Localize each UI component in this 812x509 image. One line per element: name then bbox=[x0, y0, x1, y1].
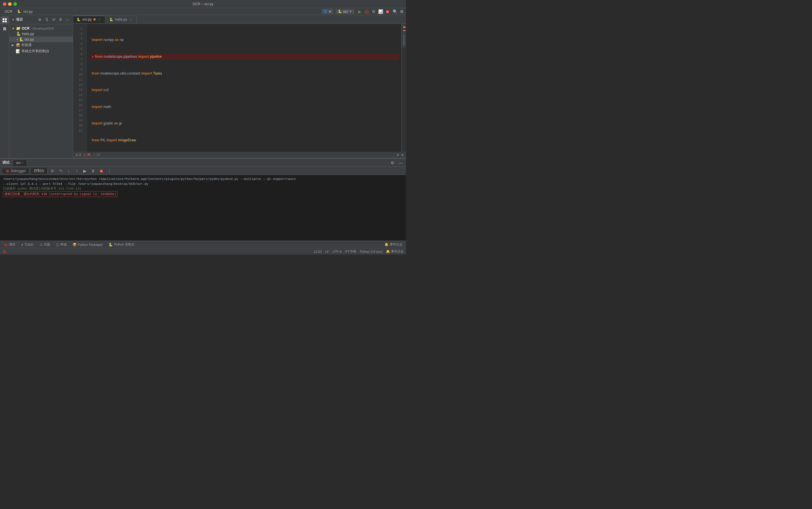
project-icon[interactable] bbox=[1, 16, 9, 24]
py-console-label: Python 控制台 bbox=[114, 242, 134, 247]
project-root-name: OCR bbox=[22, 26, 30, 31]
ocr-menu[interactable]: OCR bbox=[2, 9, 15, 14]
coverage-button[interactable]: ⚙ bbox=[371, 9, 376, 14]
tree-root[interactable]: ▼ 📁 OCR ~/Desktop/OCR bbox=[9, 26, 73, 31]
code-line-4: import cv2 bbox=[90, 87, 399, 93]
event-log-tab[interactable]: 🔔 事件日志 bbox=[383, 242, 404, 247]
tab-hello[interactable]: 🐍 hello.py × bbox=[106, 16, 137, 23]
debug-tab-bar: 调试: ocr × ⚙ — bbox=[0, 159, 406, 167]
python-console-tab[interactable]: 🐍 Python 控制台 bbox=[107, 242, 136, 247]
tree-external-libs-label: 外部库 bbox=[22, 43, 32, 47]
tree-scratch-files[interactable]: 📝 草稿文件和控制台 bbox=[9, 48, 73, 54]
terminal-status-tab[interactable]: ▢ 终端 bbox=[55, 242, 68, 247]
todo-status-tab[interactable]: ≡ TODO bbox=[20, 242, 35, 247]
code-editor[interactable]: import numpy as np ●from modelscope.pipe… bbox=[87, 24, 401, 152]
console-output[interactable]: /Users/yuquanzhang/miniconda3/envs/ocr/b… bbox=[0, 175, 406, 241]
problems-status-tab[interactable]: ⚠ 问题 bbox=[38, 242, 51, 247]
step-into-btn[interactable]: ↓ bbox=[66, 168, 72, 174]
svg-rect-0 bbox=[3, 18, 4, 20]
tree-file-ocr[interactable]: ● 🐍 ocr.py bbox=[9, 37, 73, 42]
line-numbers: 123456789101112131415161718192021 bbox=[73, 24, 87, 152]
debug-minimize-icon[interactable]: — bbox=[397, 160, 404, 166]
status-time: 12:22 bbox=[314, 249, 322, 253]
project-selector[interactable]: 👤 ▼ bbox=[322, 9, 333, 14]
settings-button[interactable]: ⚙ bbox=[400, 9, 404, 14]
pause-btn[interactable]: ⏸ bbox=[90, 168, 96, 174]
ok-count: ✓ 25 bbox=[93, 153, 100, 157]
debug-session-tab[interactable]: ocr × bbox=[13, 160, 27, 166]
warning-bar: ⚠ 2 ⚠ 36 ✓ 25 ∧ ∨ bbox=[73, 152, 406, 158]
status-encoding[interactable]: UTF-8 bbox=[332, 249, 341, 253]
tab-ocr-close[interactable]: × bbox=[98, 18, 102, 22]
collapse-icon[interactable]: ▼ bbox=[11, 18, 15, 22]
console-label: 控制台 bbox=[34, 168, 44, 173]
packages-icon: 📦 bbox=[73, 243, 77, 247]
scroll-up-icon[interactable]: ∧ bbox=[397, 153, 399, 157]
scroll-down-icon[interactable]: ∨ bbox=[401, 153, 404, 157]
code-line-7: from PIL import ImageDraw bbox=[90, 138, 399, 143]
debug-tab-close-icon[interactable]: × bbox=[22, 161, 24, 164]
todo-icon: ≡ bbox=[21, 243, 23, 247]
tab-hello-close[interactable]: × bbox=[129, 18, 133, 22]
status-python-version[interactable]: Python 3.8 (ocr) bbox=[360, 249, 382, 253]
problems-label: 问题 bbox=[44, 242, 50, 247]
tree-file-hello[interactable]: 🐍 hello.py bbox=[9, 31, 73, 37]
run-config[interactable]: 🐍 ocr ▼ bbox=[335, 9, 355, 14]
status-tabs: 🐞 调试 ≡ TODO ⚠ 问题 ▢ 终端 📦 Python Packages … bbox=[0, 241, 406, 248]
console-line-3: 已连接到 pydev 调试器(内部版本号 211.7142.13) bbox=[3, 186, 403, 191]
file-tree: ▼ 📁 OCR ~/Desktop/OCR 🐍 hello.py ● 🐍 ocr… bbox=[9, 24, 73, 158]
code-line-2: ●from modelscope.pipelines import pipeli… bbox=[90, 54, 399, 60]
tab-ocr-modified-dot bbox=[94, 18, 96, 21]
status-debug-icon[interactable]: 🐞 bbox=[2, 249, 7, 253]
debug-status-tab[interactable]: 🐞 调试 bbox=[2, 242, 16, 247]
tab-ocr[interactable]: 🐍 ocr.py × bbox=[73, 16, 105, 23]
tab-ocr-label: ocr.py bbox=[82, 18, 91, 22]
debug-tab-right: ⚙ — bbox=[389, 160, 404, 166]
event-log-label[interactable]: 🔔 事件日志 bbox=[383, 242, 404, 247]
tab-hello-label: hello.py bbox=[115, 18, 127, 22]
settings-panel-icon[interactable]: ⚙ bbox=[58, 17, 64, 23]
debugger-label: Debugger bbox=[11, 169, 26, 173]
step-over-btn[interactable]: ↷ bbox=[58, 168, 64, 174]
minimize-button[interactable] bbox=[8, 2, 11, 6]
file-breadcrumb[interactable]: ocr.py bbox=[22, 9, 34, 14]
tree-scratch-label: 草稿文件和控制台 bbox=[22, 49, 49, 54]
debug-settings-icon[interactable]: ⚙ bbox=[389, 160, 396, 166]
python-packages-tab[interactable]: 📦 Python Packages bbox=[71, 242, 104, 247]
run-button[interactable]: ▶ bbox=[357, 9, 363, 14]
status-indent[interactable]: 4个空格 bbox=[345, 249, 357, 253]
step-out-btn[interactable]: ↑ bbox=[74, 168, 80, 174]
maximize-button[interactable] bbox=[13, 2, 17, 6]
collapse-all-icon[interactable]: ⇄ bbox=[51, 17, 57, 23]
search-button[interactable]: 🔍 bbox=[393, 9, 398, 14]
stop-debug-btn[interactable]: ⏹ bbox=[98, 168, 104, 174]
close-button[interactable] bbox=[3, 2, 6, 6]
console-line-1: /Users/yuquanzhang/miniconda3/envs/ocr/b… bbox=[3, 177, 403, 182]
stop-button[interactable]: ⏹ bbox=[384, 9, 390, 14]
more-btn[interactable]: ⋮ bbox=[106, 168, 113, 174]
console-tab[interactable]: 控制台 bbox=[31, 168, 47, 174]
expand-all-icon[interactable]: ⇅ bbox=[44, 17, 49, 23]
debugger-tab[interactable]: 🐞 Debugger bbox=[2, 168, 29, 173]
scaview-label[interactable]: ScaView bbox=[401, 33, 406, 47]
warning-count: ⚠ 2 bbox=[75, 153, 81, 157]
left-sidebar-icons bbox=[0, 15, 9, 158]
minimize-panel-icon[interactable]: — bbox=[65, 17, 71, 23]
tree-external-libs[interactable]: ▶ 📦 外部库 bbox=[9, 42, 73, 48]
debug-label: 调试: bbox=[2, 160, 10, 165]
sync-icon[interactable]: ⊕ bbox=[37, 17, 43, 23]
code-line-3: from modelscope.utils.constant import Ta… bbox=[90, 71, 399, 76]
rerun-btn[interactable]: ⟳ bbox=[49, 168, 56, 174]
bookmarks-icon[interactable] bbox=[1, 25, 9, 33]
title-bar: OCR – ocr.py bbox=[0, 0, 406, 8]
resume-btn[interactable]: ▶ bbox=[82, 168, 88, 174]
profile-button[interactable]: 📊 bbox=[378, 9, 383, 14]
bell-icon: 🔔 bbox=[384, 243, 389, 246]
svg-rect-2 bbox=[3, 21, 4, 22]
profile-label: ▼ bbox=[329, 10, 332, 13]
status-line-endings[interactable]: LF bbox=[325, 249, 329, 253]
run-controls: ▶ 🐞 ⚙ 📊 ⏹ bbox=[357, 9, 390, 14]
debug-button[interactable]: 🐞 bbox=[364, 9, 369, 14]
status-event-log[interactable]: 🔔 事件日志 bbox=[386, 249, 404, 253]
debug-status-label: 调试 bbox=[9, 242, 15, 247]
